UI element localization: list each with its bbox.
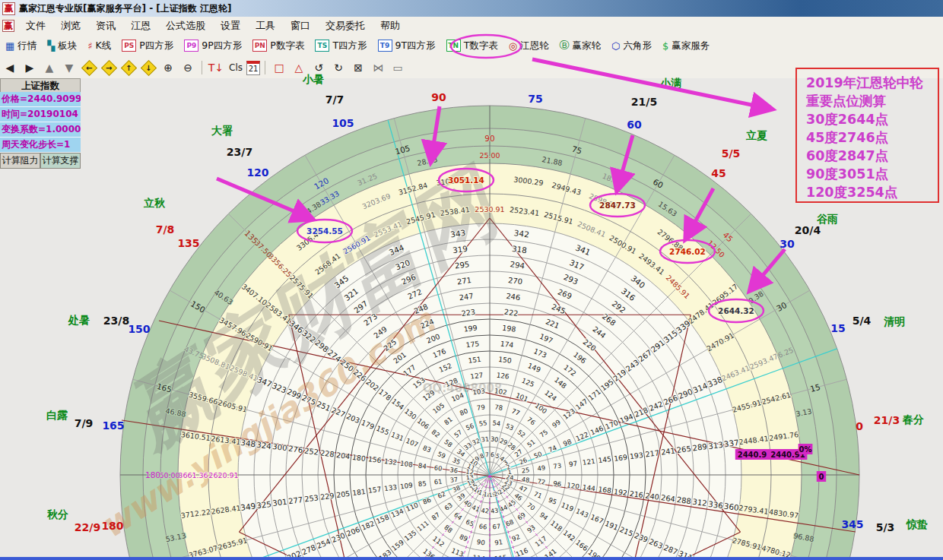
calendar-icon[interactable]: 21 [246, 61, 260, 75]
dollar-icon: $ [662, 40, 668, 52]
cls-button[interactable]: Cls [227, 59, 245, 76]
menu-item-5[interactable]: 设置 [213, 18, 248, 33]
toolbar-label: K线 [96, 40, 112, 52]
quote-values: 价格=2440.9099时间=20190104变换系数=1.00000周天变化步… [0, 92, 81, 153]
toolbar-button-六角形[interactable]: ⬡六角形 [606, 38, 657, 54]
toolbar-label: 六角形 [623, 40, 652, 52]
tn-icon: TN [446, 40, 461, 52]
annotation-line-2: 30度2644点 [806, 110, 938, 128]
flip-down-icon[interactable]: ▼ [60, 59, 78, 76]
shrink-icon[interactable]: ⋈ [369, 59, 387, 76]
toolbar-button-T数字表[interactable]: TNT数字表 [441, 38, 503, 54]
toolbar-button-P数字表[interactable]: PNP数字表 [247, 38, 310, 54]
toolbar-button-板块[interactable]: ▚板块 [42, 38, 82, 54]
calc-buttons: 计算阻力计算支撑 [0, 153, 81, 169]
toolbar-label: P数字表 [270, 40, 304, 52]
annotation-line-1: 重要点位测算 [806, 92, 938, 110]
diamond-down-icon[interactable]: ↓ [139, 59, 157, 76]
toolbar-label: 行情 [17, 40, 37, 52]
menu-item-6[interactable]: 工具 [248, 18, 283, 33]
app-logo-icon: 赢 [2, 2, 15, 15]
gann-wheel-icon: ◎ [509, 40, 517, 52]
box-x-icon[interactable]: ⊠ [349, 59, 367, 76]
toolbar-button-K线[interactable]: ♯K线 [82, 38, 116, 54]
pn-icon: PN [252, 40, 267, 52]
diamond-up-icon[interactable]: ↑ [119, 59, 138, 76]
toolbar-label: T四方形 [332, 40, 367, 52]
main-toolbar: ▦行情▚板块♯K线PSP四方形P99P四方形PNP数字表TST四方形T99T四方… [0, 34, 943, 58]
toolbar-label: 赢家轮 [573, 40, 602, 52]
candlestick-icon: ♯ [87, 40, 92, 52]
flip-up-icon[interactable]: ▲ [40, 59, 59, 76]
quote-row-1: 时间=20190104 [0, 107, 81, 122]
annotation-box: 2019年江恩轮中轮重要点位测算30度2644点45度2746点60度2847点… [795, 68, 939, 203]
screen-icon[interactable]: ▭ [389, 59, 407, 76]
menu-item-9[interactable]: 帮助 [373, 18, 408, 33]
toolbar-label: T数字表 [464, 40, 498, 52]
annotation-line-3: 45度2746点 [806, 128, 938, 147]
t-down-icon[interactable]: T↓ [207, 59, 225, 76]
app-logo-icon: 赢 [2, 20, 14, 32]
window-title: 赢家江恩专业版[赢家服务平台] - [上证指数 江恩轮] [19, 2, 231, 15]
menu-bar: 赢 文件浏览资讯江恩公式选股设置工具窗口交易委托帮助 [0, 17, 943, 35]
title-bar[interactable]: 赢 赢家江恩专业版[赢家服务平台] - [上证指数 江恩轮] [0, 0, 943, 17]
toolbar-button-9P四方形[interactable]: P99P四方形 [179, 38, 247, 54]
arrow-left-icon[interactable]: ◀ [1, 59, 19, 76]
zoom-out-icon[interactable]: ⊖ [179, 59, 197, 76]
hexagon-icon: ⬡ [611, 40, 620, 52]
toolbar-button-9T四方形[interactable]: T99T四方形 [373, 38, 441, 54]
ps-icon: PS [122, 40, 136, 52]
menu-item-7[interactable]: 窗口 [283, 18, 318, 33]
annotation-line-6: 120度3254点 [806, 183, 938, 201]
quote-row-2: 变换系数=1.00000 [0, 122, 81, 138]
button-计算阻力[interactable]: 计算阻力 [0, 153, 40, 169]
toolbar-label: 板块 [58, 40, 77, 52]
toolbar-button-P四方形[interactable]: PSP四方形 [116, 38, 179, 54]
quote-row-3: 周天变化步长=1 [0, 138, 81, 153]
annotation-line-5: 90度3051点 [806, 165, 938, 183]
diamond-left-icon[interactable]: ← [80, 59, 98, 76]
quote-row-0: 价格=2440.9099 [0, 92, 81, 107]
t9-icon: T9 [378, 40, 392, 52]
menu-item-4[interactable]: 公式选股 [158, 18, 213, 33]
menu-item-3[interactable]: 江恩 [123, 18, 158, 33]
grid-icon: ▦ [5, 40, 14, 52]
toolbar-label: 9T四方形 [395, 40, 436, 52]
toolbar-label: 赢家服务 [672, 40, 710, 52]
arrow-right-icon[interactable]: ▶ [21, 59, 39, 76]
menu-items: 文件浏览资讯江恩公式选股设置工具窗口交易委托帮助 [18, 19, 408, 33]
toolbar-button-行情[interactable]: ▦行情 [0, 38, 42, 54]
toolbar-label: P四方形 [139, 40, 173, 52]
quote-panel: 上证指数 价格=2440.9099时间=20190104变换系数=1.00000… [0, 78, 81, 169]
winner-wheel-icon: Ⓑ [560, 39, 570, 52]
instrument-title: 上证指数 [0, 78, 81, 92]
toolbar-button-江恩轮[interactable]: ◎江恩轮 [503, 38, 554, 54]
p9-icon: P9 [184, 40, 198, 52]
toolbar-button-赢家服务[interactable]: $赢家服务 [657, 38, 715, 54]
toolbar-separator [265, 61, 265, 74]
annotation-line-4: 60度2847点 [806, 147, 938, 165]
toolbar-label: 江恩轮 [520, 40, 549, 52]
square-tool-icon[interactable]: □ [270, 59, 288, 76]
ts-icon: TS [315, 40, 329, 52]
bottom-edge-line [0, 557, 943, 560]
toolbar-label: 9P四方形 [202, 40, 242, 52]
triangle-tool-icon[interactable]: △ [290, 59, 308, 76]
menu-item-8[interactable]: 交易委托 [318, 18, 373, 33]
button-计算支撑[interactable]: 计算支撑 [40, 153, 81, 169]
application-window: { "window": { "title": "赢家江恩专业版[赢家服务平台] … [0, 0, 943, 560]
annotation-line-0: 2019年江恩轮中轮 [806, 74, 938, 92]
menu-item-2[interactable]: 资讯 [88, 18, 123, 33]
rotate-cw-icon[interactable]: ↻ [329, 59, 348, 76]
toolbar-separator [202, 61, 202, 74]
rotate-ccw-icon[interactable]: ↺ [310, 59, 328, 76]
blocks-icon: ▚ [47, 40, 55, 52]
menu-item-1[interactable]: 浏览 [53, 18, 88, 33]
toolbar-button-T四方形[interactable]: TST四方形 [310, 38, 372, 54]
diamond-right-icon[interactable]: → [100, 59, 118, 76]
zoom-in-icon[interactable]: ⊕ [159, 59, 177, 76]
menu-item-0[interactable]: 文件 [18, 18, 53, 33]
toolbar-button-赢家轮[interactable]: Ⓑ赢家轮 [554, 37, 607, 54]
